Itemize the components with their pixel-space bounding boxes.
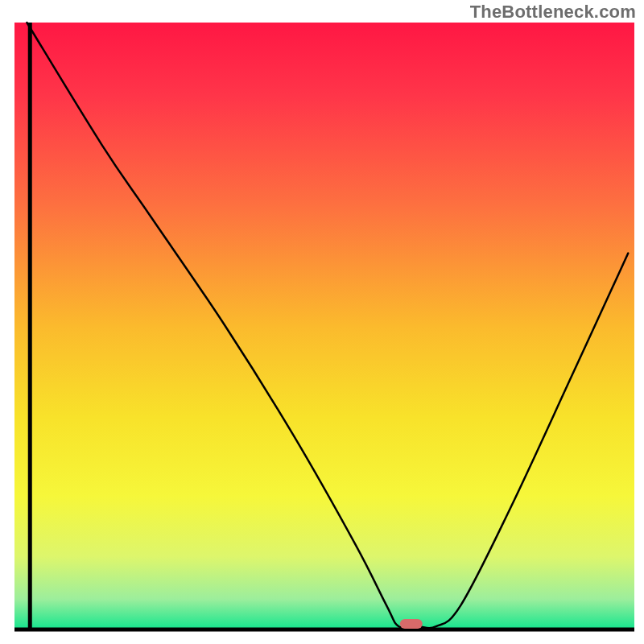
chart-frame: TheBottleneck.com bbox=[0, 0, 644, 644]
watermark-text: TheBottleneck.com bbox=[470, 2, 636, 23]
chart-background bbox=[14, 23, 634, 630]
optimal-point-marker bbox=[400, 619, 423, 629]
bottleneck-chart bbox=[0, 0, 644, 644]
